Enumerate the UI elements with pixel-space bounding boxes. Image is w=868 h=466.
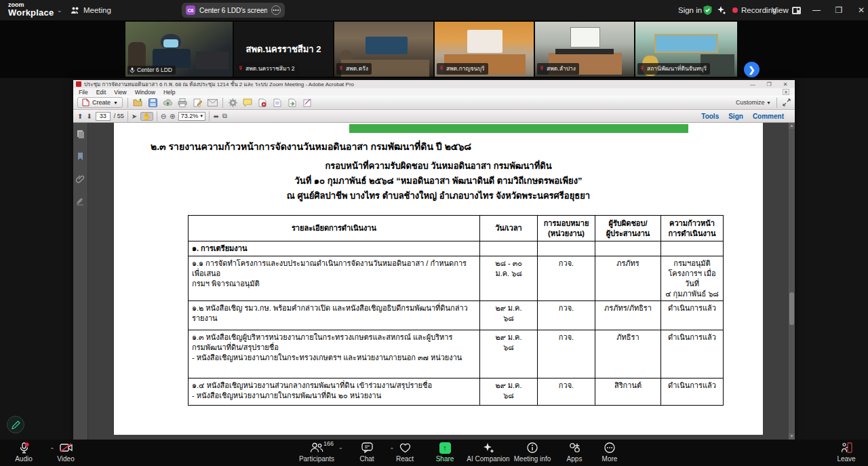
zoom-out-icon[interactable]: ⊖	[161, 113, 166, 120]
sign-in-link[interactable]: Sign in	[678, 0, 702, 20]
settings-gear-icon[interactable]	[228, 98, 238, 108]
video-tile[interactable]: สพด.นครราชสีมา 2 🎙 สพด.นครราชสีมา 2	[234, 22, 333, 77]
fit-page-icon[interactable]: ⧉	[222, 112, 227, 120]
page-number-input[interactable]	[96, 112, 111, 121]
zoom-level-select[interactable]: 73.2%▼	[178, 112, 205, 121]
video-tile[interactable]: 🎙 สพด.ตรัง	[334, 22, 433, 77]
view-layout-icon	[792, 7, 801, 14]
acrobat-window-title: ประชุม การจัดงานหมอดินอาสา 6 ก.พ. 68 ณ ห…	[84, 80, 743, 89]
bookmarks-icon[interactable]	[76, 152, 85, 161]
toolbar-close-icon[interactable]: x	[783, 89, 789, 95]
scrollbar-thumb[interactable]	[789, 292, 794, 325]
security-shield-icon[interactable]	[703, 0, 713, 20]
participants-label: Participants	[299, 455, 334, 463]
close-button[interactable]: ✕	[852, 5, 868, 15]
page-thumbnails-icon[interactable]	[76, 130, 85, 138]
menu-window[interactable]: Window	[135, 89, 155, 96]
cell-unit: กวจ.	[538, 301, 595, 330]
leave-button[interactable]: Leave	[823, 442, 868, 463]
video-button[interactable]: Video	[42, 442, 90, 463]
acrobat-restore-button[interactable]: ❐	[762, 81, 776, 88]
menu-edit[interactable]: Edit	[96, 89, 106, 96]
minimize-button[interactable]: —	[807, 5, 826, 15]
progress-table: รายละเอียดการดำเนินงาน วัน/เวลา การมอบหม…	[188, 215, 724, 406]
workspace-switcher[interactable]: ⌄	[57, 0, 62, 20]
apps-icon	[569, 442, 580, 453]
audio-button[interactable]: ⌃ Audio	[0, 442, 47, 463]
mic-icon	[130, 67, 135, 73]
edit-page-icon[interactable]	[193, 98, 203, 108]
hand-tool-icon[interactable]: ✋	[140, 112, 153, 121]
cell-progress: ดำเนินการแล้ว	[661, 378, 724, 406]
zoom-in-icon[interactable]: ⊕	[170, 113, 175, 120]
table-row: ๑.๑ การจัดทำโครงการและงบประมาณดำเนินการจ…	[189, 256, 724, 301]
screen-tab-label: Center 6 LDD's screen	[199, 7, 267, 14]
fill-sign-icon[interactable]	[302, 98, 313, 108]
tab-tools[interactable]: Tools	[701, 113, 719, 120]
ai-companion-button[interactable]: AI Companion	[465, 442, 512, 463]
view-menu[interactable]: View	[772, 0, 801, 20]
select-tool-icon[interactable]: ➤	[132, 113, 137, 120]
recording-indicator[interactable]: Recording	[732, 0, 776, 20]
next-videos-button[interactable]: ❯	[744, 62, 760, 77]
create-button[interactable]: Create ▼	[77, 97, 123, 108]
screen-options-icon[interactable]: •••	[271, 5, 281, 15]
cell-progress: ดำเนินการแล้ว	[661, 301, 724, 330]
acrobat-menu-bar: File Edit View Window Help x	[73, 88, 795, 96]
window-controls: — ❐ ✕	[807, 0, 868, 20]
print-icon[interactable]	[178, 98, 188, 108]
menu-file[interactable]: File	[79, 89, 88, 96]
save-icon[interactable]	[148, 98, 158, 108]
meeting-people-icon	[71, 6, 80, 14]
participants-button[interactable]: 166 ⌃ Participants	[293, 442, 340, 463]
acrobat-minimize-button[interactable]: —	[746, 81, 760, 88]
section-label: ๑. การเตรียมงาน	[189, 241, 480, 256]
menu-help[interactable]: Help	[163, 89, 175, 96]
open-file-icon[interactable]	[133, 98, 143, 108]
cell-detail: ๑.๔ หนังสือเชิญหน่วยงานส่วนกลางกรมพัฒนาท…	[189, 378, 480, 406]
chat-label: Chat	[359, 455, 374, 463]
more-button[interactable]: More	[586, 442, 633, 463]
video-tile[interactable]: 🎙 สพด.กาญจนบุรี	[435, 22, 534, 77]
comment-bubble-icon[interactable]	[243, 98, 253, 108]
video-tile[interactable]: Center 6 LDD	[125, 22, 233, 77]
shared-screen-tab[interactable]: C6 Center 6 LDD's screen •••	[182, 3, 285, 18]
tab-sign[interactable]: Sign	[728, 113, 743, 120]
meeting-info-button[interactable]: Meeting info	[509, 442, 556, 463]
scroll-down-icon[interactable]: ▼	[789, 433, 795, 440]
export-icon[interactable]	[288, 98, 298, 108]
fit-width-icon[interactable]: ⬌	[213, 113, 218, 120]
document-scrollbar[interactable]: ▲ ▼	[789, 123, 795, 440]
ai-sparkle-icon[interactable]	[717, 0, 726, 20]
mic-muted-icon: 🎙	[338, 66, 344, 71]
share-button[interactable]: ↑ Share	[421, 442, 469, 463]
tab-meeting[interactable]: Meeting	[71, 0, 111, 20]
participants-chevron[interactable]: ⌃	[338, 447, 343, 453]
next-page-icon[interactable]: ⬇	[86, 113, 92, 120]
menu-view[interactable]: View	[114, 89, 126, 96]
signatures-icon[interactable]	[76, 197, 85, 206]
prev-page-icon[interactable]: ⬆	[77, 113, 83, 120]
customize-menu[interactable]: Customize ▼	[736, 99, 771, 106]
table-header-row: รายละเอียดการดำเนินงาน วัน/เวลา การมอบหม…	[189, 216, 724, 241]
attachments-icon[interactable]	[76, 174, 85, 183]
email-icon[interactable]	[208, 98, 218, 108]
cell-date: ๒๙ ม.ค. ๖๘	[480, 301, 538, 330]
mic-muted-icon: 🎙	[439, 66, 444, 71]
doc-subtitle-1: กรอบหน้าที่ความรับผิดชอบ วันหมอดินอาสา ก…	[114, 159, 763, 173]
cloud-upload-icon[interactable]	[163, 98, 173, 108]
scroll-up-icon[interactable]: ▲	[789, 123, 795, 129]
pdf-doc-icon[interactable]	[258, 98, 268, 108]
maximize-button[interactable]: ❐	[829, 5, 848, 15]
pages-icon[interactable]	[273, 98, 283, 108]
col-header-date: วัน/เวลา	[480, 216, 538, 241]
tab-comment[interactable]: Comment	[753, 113, 784, 120]
annotate-button[interactable]	[7, 416, 24, 433]
video-tile[interactable]: 🎙 สพด.ลำปาง	[535, 22, 634, 77]
leave-label: Leave	[837, 455, 855, 463]
video-tile[interactable]: 🎙 สถานีพัฒนาที่ดินจันทบุรี	[635, 22, 737, 77]
expand-icon[interactable]	[783, 98, 791, 106]
document-viewport[interactable]: ๒.๓ รายงานความก้าวหน้าการจัดงานวันหมอดิน…	[88, 123, 789, 440]
screen-badge: C6	[186, 5, 195, 15]
acrobat-close-button[interactable]: ✕	[778, 81, 792, 88]
